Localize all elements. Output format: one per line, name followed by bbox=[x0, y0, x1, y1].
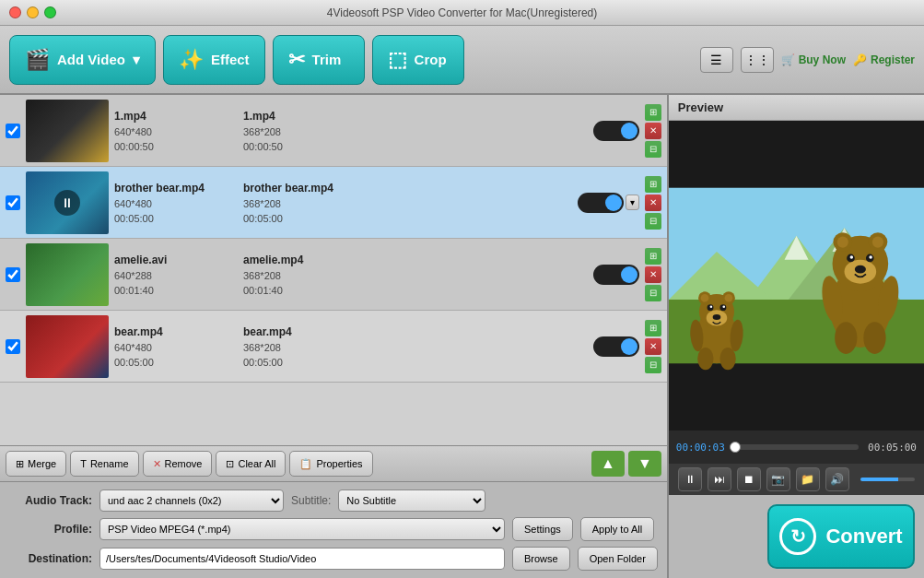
row-2-duration: 00:05:00 bbox=[114, 213, 225, 224]
row-1-output-duration: 00:00:50 bbox=[243, 141, 354, 152]
row-3-resolution: 640*288 bbox=[114, 270, 225, 281]
volume-slider[interactable] bbox=[860, 478, 915, 481]
settings-button[interactable]: Settings bbox=[512, 517, 573, 541]
clear-all-label: Clear All bbox=[238, 458, 275, 469]
svg-point-33 bbox=[722, 305, 725, 308]
effect-icon: ✨ bbox=[179, 48, 204, 72]
row-1-source-info: 1.mp4 640*480 00:00:50 bbox=[114, 110, 225, 152]
remove-label: Remove bbox=[165, 458, 203, 469]
row-2-more-btn[interactable]: ⊟ bbox=[645, 213, 661, 230]
register-label: Register bbox=[871, 53, 915, 66]
screenshot-button[interactable]: 📷 bbox=[766, 467, 790, 491]
stop-button[interactable]: ⏹ bbox=[737, 467, 761, 491]
convert-button[interactable]: ↻ Convert bbox=[767, 504, 915, 569]
row-4-resolution: 640*480 bbox=[114, 342, 225, 353]
apply-to-all-button[interactable]: Apply to All bbox=[580, 517, 654, 541]
audio-track-label: Audio Track: bbox=[9, 494, 92, 507]
row-4-delete-btn[interactable]: ✕ bbox=[645, 338, 661, 355]
remove-icon: ✕ bbox=[153, 458, 161, 470]
row-4-more-btn[interactable]: ⊟ bbox=[645, 357, 661, 373]
folder-button[interactable]: 📁 bbox=[796, 467, 820, 491]
left-panel: 1.mp4 640*480 00:00:50 1.mp4 368*208 00:… bbox=[0, 95, 667, 578]
minimize-button[interactable] bbox=[27, 6, 39, 18]
table-row: amelie.avi 640*288 00:01:40 amelie.mp4 3… bbox=[0, 239, 667, 311]
row-4-checkbox[interactable] bbox=[6, 339, 20, 354]
row-2-toggle[interactable] bbox=[578, 193, 624, 213]
row-1-delete-btn[interactable]: ✕ bbox=[645, 123, 661, 139]
row-1-resolution: 640*480 bbox=[114, 126, 225, 137]
add-video-arrow: ▾ bbox=[133, 52, 140, 68]
crop-button[interactable]: ⬚ Crop bbox=[372, 35, 464, 85]
table-row: bear.mp4 640*480 00:05:00 bear.mp4 368*2… bbox=[0, 311, 667, 383]
trim-icon: ✂ bbox=[288, 48, 305, 72]
buy-now-button[interactable]: 🛒 Buy Now bbox=[781, 53, 846, 66]
effect-button[interactable]: ✨ Effect bbox=[163, 35, 265, 85]
svg-point-21 bbox=[835, 322, 857, 354]
rename-label: Rename bbox=[90, 458, 129, 469]
clear-all-button[interactable]: ⊡ Clear All bbox=[216, 451, 286, 477]
close-button[interactable] bbox=[9, 6, 21, 18]
list-view-button[interactable]: ☰ bbox=[700, 47, 733, 73]
row-2-filename: brother bear.mp4 bbox=[114, 182, 225, 195]
title-bar: 4Videosoft PSP Video Converter for Mac(U… bbox=[0, 0, 924, 26]
maximize-button[interactable] bbox=[44, 6, 56, 18]
properties-label: Properties bbox=[316, 458, 362, 469]
audio-track-select[interactable]: und aac 2 channels (0x2) bbox=[99, 490, 284, 512]
row-2-checkbox[interactable] bbox=[6, 195, 20, 210]
toolbar-right: ☰ ⋮⋮ 🛒 Buy Now 🔑 Register bbox=[700, 47, 915, 73]
properties-button[interactable]: 📋 Properties bbox=[289, 451, 372, 477]
row-3-delete-btn[interactable]: ✕ bbox=[645, 266, 661, 283]
toggle-knob bbox=[605, 195, 622, 211]
pause-icon: ⏸ bbox=[54, 190, 80, 216]
svg-point-22 bbox=[863, 322, 885, 354]
row-4-thumbnail bbox=[26, 315, 109, 378]
destination-row: Destination: Browse Open Folder bbox=[9, 547, 658, 571]
row-1-more-btn[interactable]: ⊟ bbox=[645, 141, 661, 158]
pause-button[interactable]: ⏸ bbox=[678, 467, 702, 491]
row-2-expand-btn[interactable]: ⊞ bbox=[645, 176, 661, 193]
row-4-expand-btn[interactable]: ⊞ bbox=[645, 320, 661, 336]
profile-select[interactable]: PSP Video MPEG4 (*.mp4) bbox=[99, 518, 505, 540]
row-4-toggle[interactable] bbox=[593, 336, 639, 357]
trim-label: Trim bbox=[312, 52, 342, 67]
grid-view-button[interactable]: ⋮⋮ bbox=[741, 47, 774, 73]
row-3-more-btn[interactable]: ⊟ bbox=[645, 285, 661, 301]
row-4-actions: ⊞ ✕ ⊟ bbox=[645, 320, 661, 373]
toggle-knob bbox=[621, 266, 637, 283]
playback-controls: ⏸ ⏭ ⏹ 📷 📁 🔊 bbox=[669, 464, 924, 495]
trim-button[interactable]: ✂ Trim bbox=[273, 35, 365, 85]
move-down-button[interactable]: ▼ bbox=[628, 451, 661, 477]
row-3-toggle[interactable] bbox=[593, 265, 639, 285]
row-1-checkbox[interactable] bbox=[6, 124, 20, 138]
row-1-expand-btn[interactable]: ⊞ bbox=[645, 104, 661, 121]
volume-button[interactable]: 🔊 bbox=[825, 467, 849, 491]
move-up-button[interactable]: ▲ bbox=[591, 451, 625, 477]
browse-button[interactable]: Browse bbox=[512, 547, 570, 571]
row-2-output-resolution: 368*208 bbox=[243, 198, 354, 209]
merge-icon: ⊞ bbox=[16, 458, 24, 470]
row-3-checkbox[interactable] bbox=[6, 267, 20, 282]
merge-label: Merge bbox=[28, 458, 56, 469]
register-button[interactable]: 🔑 Register bbox=[853, 53, 915, 66]
row-4-output-duration: 00:05:00 bbox=[243, 357, 354, 368]
table-row: ⏸ brother bear.mp4 640*480 00:05:00 brot… bbox=[0, 167, 667, 239]
destination-input[interactable] bbox=[99, 548, 505, 570]
merge-button[interactable]: ⊞ Merge bbox=[6, 451, 66, 477]
row-2-source-info: brother bear.mp4 640*480 00:05:00 bbox=[114, 182, 225, 224]
open-folder-button[interactable]: Open Folder bbox=[578, 547, 658, 571]
step-forward-button[interactable]: ⏭ bbox=[708, 467, 731, 491]
row-1-duration: 00:00:50 bbox=[114, 141, 225, 152]
remove-button[interactable]: ✕ Remove bbox=[143, 451, 213, 477]
row-2-delete-btn[interactable]: ✕ bbox=[645, 195, 661, 211]
progress-knob[interactable] bbox=[730, 442, 741, 453]
row-2-dropdown-btn[interactable]: ▾ bbox=[626, 195, 639, 210]
buy-now-icon: 🛒 bbox=[781, 53, 795, 66]
rename-button[interactable]: T Rename bbox=[70, 451, 138, 477]
row-3-expand-btn[interactable]: ⊞ bbox=[645, 248, 661, 265]
row-1-toggle[interactable] bbox=[593, 121, 639, 141]
add-video-button[interactable]: 🎬 Add Video ▾ bbox=[9, 35, 156, 85]
subtitle-select[interactable]: No Subtitle bbox=[338, 490, 485, 512]
progress-bar[interactable] bbox=[734, 444, 859, 450]
row-4-output-resolution: 368*208 bbox=[243, 342, 354, 353]
svg-point-38 bbox=[719, 348, 735, 370]
